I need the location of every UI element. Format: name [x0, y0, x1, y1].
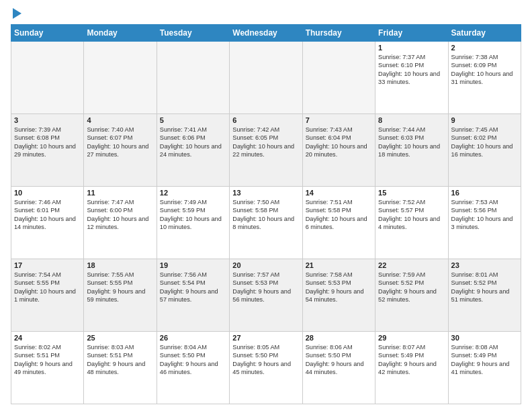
- day-number: 10: [14, 189, 81, 197]
- table-row: 2Sunrise: 7:38 AM Sunset: 6:09 PM Daylig…: [448, 42, 521, 114]
- day-number: 9: [451, 116, 518, 124]
- table-row: 8Sunrise: 7:44 AM Sunset: 6:03 PM Daylig…: [375, 114, 448, 187]
- day-number: 23: [451, 261, 518, 269]
- table-row: 6Sunrise: 7:42 AM Sunset: 6:05 PM Daylig…: [230, 114, 302, 187]
- day-number: 5: [160, 116, 226, 124]
- calendar-week-row: 17Sunrise: 7:54 AM Sunset: 5:55 PM Dayli…: [11, 259, 521, 332]
- logo-arrow-icon: [13, 8, 21, 19]
- table-row: 13Sunrise: 7:50 AM Sunset: 5:58 PM Dayli…: [230, 187, 302, 259]
- calendar-week-row: 24Sunrise: 8:02 AM Sunset: 5:51 PM Dayli…: [11, 332, 521, 404]
- day-number: 8: [378, 116, 445, 124]
- day-info: Sunrise: 7:49 AM Sunset: 5:59 PM Dayligh…: [160, 198, 226, 232]
- col-wednesday: Wednesday: [230, 25, 302, 42]
- day-info: Sunrise: 8:07 AM Sunset: 5:49 PM Dayligh…: [378, 343, 445, 377]
- day-number: 2: [451, 44, 518, 52]
- calendar-week-row: 1Sunrise: 7:37 AM Sunset: 6:10 PM Daylig…: [11, 42, 521, 114]
- table-row: 26Sunrise: 8:04 AM Sunset: 5:50 PM Dayli…: [157, 332, 229, 404]
- table-row: 18Sunrise: 7:55 AM Sunset: 5:55 PM Dayli…: [84, 259, 157, 332]
- table-row: 28Sunrise: 8:06 AM Sunset: 5:50 PM Dayli…: [302, 332, 375, 404]
- table-row: 10Sunrise: 7:46 AM Sunset: 6:01 PM Dayli…: [11, 187, 84, 259]
- day-info: Sunrise: 7:37 AM Sunset: 6:10 PM Dayligh…: [378, 53, 445, 87]
- day-info: Sunrise: 7:52 AM Sunset: 5:57 PM Dayligh…: [378, 198, 445, 232]
- day-info: Sunrise: 7:40 AM Sunset: 6:07 PM Dayligh…: [87, 126, 153, 159]
- logo: [11, 8, 21, 19]
- table-row: 21Sunrise: 7:58 AM Sunset: 5:53 PM Dayli…: [302, 259, 375, 332]
- col-thursday: Thursday: [302, 25, 375, 42]
- day-info: Sunrise: 7:55 AM Sunset: 5:55 PM Dayligh…: [87, 271, 153, 304]
- table-row: 15Sunrise: 7:52 AM Sunset: 5:57 PM Dayli…: [375, 187, 448, 259]
- day-number: 1: [378, 44, 445, 52]
- table-row: 9Sunrise: 7:45 AM Sunset: 6:02 PM Daylig…: [448, 114, 521, 187]
- day-info: Sunrise: 7:56 AM Sunset: 5:54 PM Dayligh…: [160, 271, 226, 304]
- day-number: 11: [87, 189, 153, 197]
- day-info: Sunrise: 7:57 AM Sunset: 5:53 PM Dayligh…: [232, 271, 299, 304]
- day-number: 3: [14, 116, 81, 124]
- day-info: Sunrise: 7:45 AM Sunset: 6:02 PM Dayligh…: [451, 126, 518, 159]
- table-row: [230, 42, 302, 114]
- day-info: Sunrise: 8:05 AM Sunset: 5:50 PM Dayligh…: [232, 343, 299, 377]
- day-number: 16: [451, 189, 518, 197]
- day-number: 22: [378, 261, 445, 269]
- day-info: Sunrise: 7:47 AM Sunset: 6:00 PM Dayligh…: [87, 198, 153, 232]
- table-row: 16Sunrise: 7:53 AM Sunset: 5:56 PM Dayli…: [448, 187, 521, 259]
- day-number: 4: [87, 116, 153, 124]
- calendar-table: Sunday Monday Tuesday Wednesday Thursday…: [11, 24, 521, 404]
- day-number: 24: [14, 334, 81, 342]
- day-number: 19: [160, 261, 226, 269]
- day-number: 25: [87, 334, 153, 342]
- day-info: Sunrise: 7:43 AM Sunset: 6:04 PM Dayligh…: [306, 126, 372, 159]
- day-number: 26: [160, 334, 226, 342]
- table-row: 19Sunrise: 7:56 AM Sunset: 5:54 PM Dayli…: [157, 259, 229, 332]
- day-info: Sunrise: 7:39 AM Sunset: 6:08 PM Dayligh…: [14, 126, 81, 159]
- table-row: 7Sunrise: 7:43 AM Sunset: 6:04 PM Daylig…: [302, 114, 375, 187]
- day-info: Sunrise: 8:03 AM Sunset: 5:51 PM Dayligh…: [87, 343, 153, 377]
- table-row: [302, 42, 375, 114]
- day-info: Sunrise: 7:42 AM Sunset: 6:05 PM Dayligh…: [232, 126, 299, 159]
- calendar-header-row: Sunday Monday Tuesday Wednesday Thursday…: [11, 25, 521, 42]
- day-info: Sunrise: 8:06 AM Sunset: 5:50 PM Dayligh…: [306, 343, 372, 377]
- day-number: 14: [306, 189, 372, 197]
- table-row: 20Sunrise: 7:57 AM Sunset: 5:53 PM Dayli…: [230, 259, 302, 332]
- table-row: 29Sunrise: 8:07 AM Sunset: 5:49 PM Dayli…: [375, 332, 448, 404]
- table-row: 14Sunrise: 7:51 AM Sunset: 5:58 PM Dayli…: [302, 187, 375, 259]
- col-sunday: Sunday: [11, 25, 84, 42]
- table-row: 17Sunrise: 7:54 AM Sunset: 5:55 PM Dayli…: [11, 259, 84, 332]
- day-info: Sunrise: 8:02 AM Sunset: 5:51 PM Dayligh…: [14, 343, 81, 377]
- col-saturday: Saturday: [448, 25, 521, 42]
- col-friday: Friday: [375, 25, 448, 42]
- day-number: 30: [451, 334, 518, 342]
- table-row: 25Sunrise: 8:03 AM Sunset: 5:51 PM Dayli…: [84, 332, 157, 404]
- table-row: 4Sunrise: 7:40 AM Sunset: 6:07 PM Daylig…: [84, 114, 157, 187]
- day-number: 21: [306, 261, 372, 269]
- day-info: Sunrise: 7:41 AM Sunset: 6:06 PM Dayligh…: [160, 126, 226, 159]
- table-row: 23Sunrise: 8:01 AM Sunset: 5:52 PM Dayli…: [448, 259, 521, 332]
- header: [11, 8, 521, 19]
- day-info: Sunrise: 8:01 AM Sunset: 5:52 PM Dayligh…: [451, 271, 518, 304]
- table-row: 12Sunrise: 7:49 AM Sunset: 5:59 PM Dayli…: [157, 187, 229, 259]
- day-number: 28: [306, 334, 372, 342]
- table-row: 22Sunrise: 7:59 AM Sunset: 5:52 PM Dayli…: [375, 259, 448, 332]
- day-number: 29: [378, 334, 445, 342]
- day-info: Sunrise: 7:50 AM Sunset: 5:58 PM Dayligh…: [232, 198, 299, 232]
- table-row: 27Sunrise: 8:05 AM Sunset: 5:50 PM Dayli…: [230, 332, 302, 404]
- table-row: [84, 42, 157, 114]
- calendar-week-row: 10Sunrise: 7:46 AM Sunset: 6:01 PM Dayli…: [11, 187, 521, 259]
- table-row: [11, 42, 84, 114]
- day-info: Sunrise: 7:54 AM Sunset: 5:55 PM Dayligh…: [14, 271, 81, 304]
- logo-line2: [11, 8, 21, 19]
- day-info: Sunrise: 7:58 AM Sunset: 5:53 PM Dayligh…: [306, 271, 372, 304]
- page: Sunday Monday Tuesday Wednesday Thursday…: [0, 0, 532, 411]
- day-info: Sunrise: 7:38 AM Sunset: 6:09 PM Dayligh…: [451, 53, 518, 87]
- day-number: 13: [232, 189, 299, 197]
- calendar-week-row: 3Sunrise: 7:39 AM Sunset: 6:08 PM Daylig…: [11, 114, 521, 187]
- table-row: [157, 42, 229, 114]
- day-number: 15: [378, 189, 445, 197]
- day-info: Sunrise: 7:53 AM Sunset: 5:56 PM Dayligh…: [451, 198, 518, 232]
- day-info: Sunrise: 7:46 AM Sunset: 6:01 PM Dayligh…: [14, 198, 81, 232]
- day-number: 20: [232, 261, 299, 269]
- day-number: 7: [306, 116, 372, 124]
- table-row: 24Sunrise: 8:02 AM Sunset: 5:51 PM Dayli…: [11, 332, 84, 404]
- day-info: Sunrise: 7:59 AM Sunset: 5:52 PM Dayligh…: [378, 271, 445, 304]
- table-row: 3Sunrise: 7:39 AM Sunset: 6:08 PM Daylig…: [11, 114, 84, 187]
- day-info: Sunrise: 7:44 AM Sunset: 6:03 PM Dayligh…: [378, 126, 445, 159]
